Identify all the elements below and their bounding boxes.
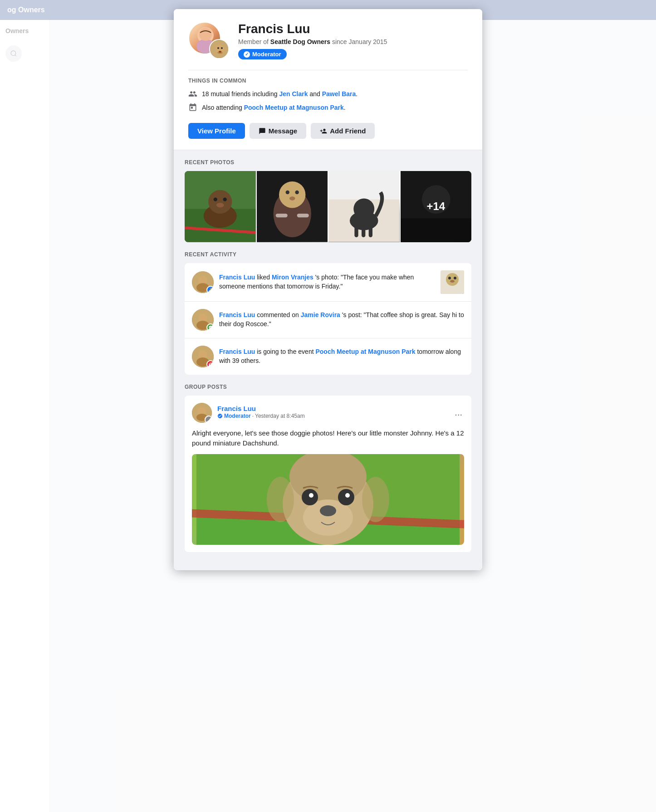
message-icon	[259, 127, 266, 135]
group-posts-section: GROUP POSTS	[185, 384, 471, 552]
svg-point-16	[223, 197, 227, 201]
recent-photos-label: RECENT PHOTOS	[185, 159, 471, 166]
post-image	[192, 454, 464, 545]
svg-point-8	[217, 47, 219, 49]
svg-point-17	[216, 203, 224, 207]
avatar-person2	[209, 39, 229, 59]
activity-card: 👍 Francis Luu liked Miron Vranjes 's pho…	[185, 263, 471, 375]
svg-point-24	[289, 196, 295, 200]
activity-avatar-3: 📅	[192, 346, 214, 367]
svg-point-9	[221, 47, 223, 49]
recent-activity-section: RECENT ACTIVITY 👍	[185, 251, 471, 375]
svg-point-64	[267, 477, 294, 522]
message-button[interactable]: Message	[250, 123, 306, 139]
event-link[interactable]: Pooch Meetup at Magnuson Park	[244, 104, 344, 111]
svg-point-42	[448, 277, 451, 279]
svg-point-4	[199, 28, 212, 41]
photo-thumb-3[interactable]	[328, 171, 400, 242]
svg-point-21	[279, 181, 305, 208]
activity-actor-2[interactable]: Francis Luu	[219, 311, 255, 318]
photo-thumb-2[interactable]	[257, 171, 328, 242]
svg-point-59	[320, 505, 336, 516]
activity-avatar-1: 👍	[192, 271, 214, 293]
like-badge: 👍	[206, 286, 214, 293]
avatar	[188, 22, 229, 63]
group-posts-label: GROUP POSTS	[185, 384, 471, 390]
profile-member-text: Member of Seattle Dog Owners since Janua…	[238, 38, 468, 45]
post-meta: Francis Luu Moderator · Yesterday at 8:4…	[217, 405, 447, 421]
activity-actor-1[interactable]: Francis Luu	[219, 274, 255, 281]
jamie-link[interactable]: Jamie Rovira	[301, 311, 340, 318]
post-more-options[interactable]: ...	[453, 406, 464, 420]
activity-photo-1[interactable]	[441, 270, 464, 294]
svg-rect-26	[297, 214, 308, 217]
badge-check-icon	[217, 413, 223, 419]
profile-divider	[188, 70, 468, 70]
action-buttons: View Profile Message Add Friend	[188, 123, 468, 139]
svg-point-22	[285, 191, 289, 194]
svg-point-44	[450, 280, 455, 283]
post-author-name[interactable]: Francis Luu	[217, 405, 447, 412]
post-avatar-secondary	[205, 416, 212, 423]
svg-point-63	[345, 493, 350, 498]
activity-text-1: Francis Luu liked Miron Vranjes 's photo…	[219, 273, 435, 291]
moderator-badge: ✓ Moderator	[238, 49, 287, 59]
svg-rect-27	[328, 171, 400, 200]
more-photos-overlay[interactable]: +14	[401, 171, 472, 242]
activity-item-2: 💬 Francis Luu commented on Jamie Rovira …	[185, 302, 471, 338]
activity-avatar-2: 💬	[192, 309, 214, 331]
svg-point-14	[208, 190, 232, 214]
view-profile-button[interactable]: View Profile	[188, 123, 245, 139]
recent-activity-label: RECENT ACTIVITY	[185, 251, 471, 258]
profile-info: Francis Luu Member of Seattle Dog Owners…	[238, 22, 468, 59]
profile-modal: Francis Luu Member of Seattle Dog Owners…	[174, 9, 482, 570]
svg-point-41	[446, 273, 459, 286]
friend2-link[interactable]: Pawel Bara	[322, 90, 356, 98]
post-header: Francis Luu Moderator · Yesterday at 8:4…	[192, 403, 464, 423]
svg-point-10	[219, 51, 221, 53]
svg-rect-25	[275, 214, 287, 217]
modal-body: RECENT PHOTOS	[174, 150, 482, 570]
post-content: Alright everyone, let's see those doggie…	[192, 428, 464, 449]
post-author-badge: Moderator · Yesterday at 8:45am	[217, 413, 305, 419]
svg-point-43	[454, 277, 456, 279]
post-card: Francis Luu Moderator · Yesterday at 8:4…	[185, 396, 471, 552]
profile-name: Francis Luu	[238, 22, 468, 36]
photos-grid: +14	[185, 171, 471, 242]
recent-photos-section: RECENT PHOTOS	[185, 159, 471, 242]
profile-top: Francis Luu Member of Seattle Dog Owners…	[188, 22, 468, 63]
svg-point-23	[295, 191, 299, 194]
svg-rect-31	[354, 225, 358, 237]
calendar-icon	[188, 103, 197, 112]
check-icon: ✓	[244, 51, 250, 58]
post-avatar	[192, 403, 212, 423]
activity-actor-3[interactable]: Francis Luu	[219, 348, 255, 355]
friends-icon	[188, 89, 197, 98]
add-friend-icon	[320, 127, 327, 135]
comment-badge: 💬	[206, 323, 214, 331]
event-row: Also attending Pooch Meetup at Magnuson …	[188, 103, 468, 112]
post-dog-image	[192, 454, 464, 545]
activity-item-3: 📅 Francis Luu is going to the event Pooc…	[185, 338, 471, 375]
mutual-friends-row: 18 mutual friends including Jen Clark an…	[188, 89, 468, 98]
profile-header: Francis Luu Member of Seattle Dog Owners…	[174, 9, 482, 150]
activity-text-3: Francis Luu is going to the event Pooch …	[219, 347, 464, 365]
miron-link[interactable]: Miron Vranjes	[272, 274, 313, 281]
event-badge: 📅	[206, 360, 214, 367]
activity-text-2: Francis Luu commented on Jamie Rovira 's…	[219, 311, 464, 328]
svg-point-62	[309, 493, 313, 498]
svg-point-65	[362, 477, 389, 522]
modal-backdrop: Francis Luu Member of Seattle Dog Owners…	[0, 0, 656, 812]
activity-item-1: 👍 Francis Luu liked Miron Vranjes 's pho…	[185, 263, 471, 302]
photo-thumb-1[interactable]	[185, 171, 256, 242]
svg-point-54	[206, 416, 212, 423]
things-label: THINGS IN COMMON	[188, 78, 468, 84]
add-friend-button[interactable]: Add Friend	[311, 123, 375, 139]
things-in-common: THINGS IN COMMON 18 mutual friends inclu…	[188, 78, 468, 112]
friend1-link[interactable]: Jen Clark	[279, 90, 308, 98]
event-activity-link[interactable]: Pooch Meetup at Magnuson Park	[315, 348, 415, 355]
svg-point-30	[353, 199, 374, 220]
svg-point-15	[214, 197, 217, 201]
photo-thumb-4[interactable]: +14	[401, 171, 472, 242]
svg-rect-32	[362, 225, 365, 237]
